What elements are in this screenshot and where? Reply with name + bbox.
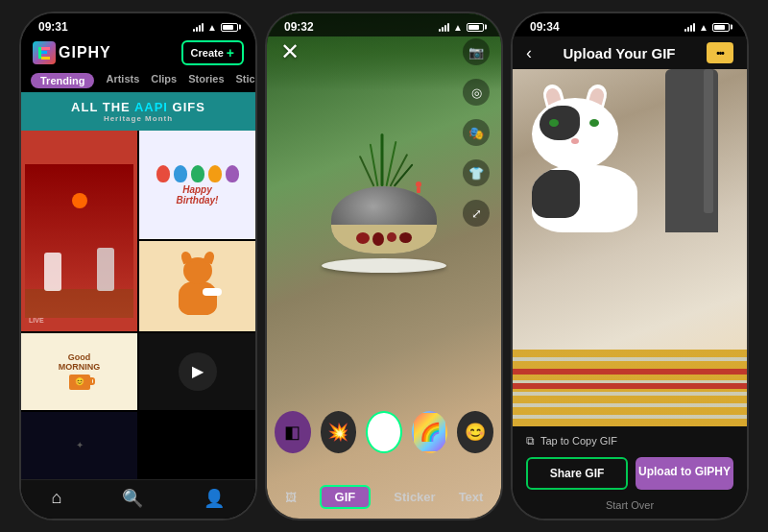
battery-icon-2	[467, 23, 484, 32]
home-nav-icon[interactable]: ⌂	[52, 488, 62, 509]
more-dots-icon: •••	[716, 48, 724, 59]
shirt-icon[interactable]: 👕	[463, 159, 490, 186]
signal-icon-3	[684, 22, 695, 32]
tab-sticker[interactable]: Sticker	[236, 73, 256, 88]
gif-dark2[interactable]: ✦	[21, 412, 137, 479]
gif-cat[interactable]	[139, 241, 255, 330]
sticker-purple[interactable]: ◧	[275, 411, 311, 453]
phone3-content: ‹ Upload Your GIF •••	[513, 36, 747, 519]
gif-birthday[interactable]: Happy Birthday!	[139, 131, 255, 239]
sticker-tab-label: Sticker	[394, 490, 435, 504]
status-icons-1: ▲	[193, 22, 238, 33]
gif-grid: LIVE Happy Birthday!	[21, 131, 255, 479]
profile-nav-icon[interactable]: 👤	[204, 488, 225, 509]
tab-sticker[interactable]: Sticker	[394, 490, 435, 504]
search-nav-icon[interactable]: 🔍	[122, 488, 143, 509]
tap-copy-area[interactable]: ⧉ Tap to Copy GIF	[513, 426, 747, 451]
time-3: 09:34	[530, 20, 560, 34]
sticker-smiley[interactable]: 😊	[457, 411, 493, 453]
tab-artists[interactable]: Artists	[106, 73, 139, 88]
start-over-button[interactable]: Start Over	[513, 496, 747, 519]
phone1-content: GIPHY Create + Trending Artists Clips St…	[21, 36, 255, 519]
tab-gif-media[interactable]: 🖼	[285, 491, 297, 504]
tab-text[interactable]: Text	[459, 490, 484, 504]
sticker-rainbow[interactable]: 🌈	[412, 411, 448, 453]
giphy-header: GIPHY Create +	[21, 36, 255, 69]
battery-icon-1	[221, 23, 238, 32]
wifi-icon-3: ▲	[699, 22, 708, 33]
phones-container: 09:31 ▲ GIPHY Create +	[12, 0, 756, 532]
bball-label: LIVE	[29, 317, 44, 324]
status-bar-3: 09:34 ▲	[513, 13, 747, 36]
chair-highlight	[704, 69, 713, 213]
time-2: 09:32	[284, 20, 314, 34]
giphy-logo-text: GIPHY	[59, 44, 111, 61]
phone-upload: 09:34 ▲ ‹ Upload Your GIF •••	[511, 12, 749, 520]
expand-icon[interactable]: ⤢	[463, 200, 490, 227]
copy-icon: ⧉	[526, 434, 535, 447]
more-button[interactable]: •••	[707, 42, 733, 63]
gif-dark1[interactable]: ▶	[139, 333, 255, 410]
phone2-content: ✕ 📷 ◎ 🎭 👕 ⤢ ◧ 💥 🌈	[267, 13, 501, 519]
aapi-banner: ALL THE AAPI GIFS Heritage Month	[21, 92, 255, 131]
banner-sub: Heritage Month	[29, 114, 248, 123]
wifi-icon-1: ▲	[207, 22, 217, 33]
svg-rect-2	[41, 51, 47, 54]
create-label: Create	[191, 47, 224, 59]
gif-basketball[interactable]: LIVE	[21, 131, 137, 331]
banner-highlight: AAPI	[134, 100, 168, 114]
svg-rect-3	[41, 57, 50, 60]
upload-header: ‹ Upload Your GIF •••	[513, 36, 747, 69]
blanket	[513, 350, 747, 426]
upload-title: Upload Your GIF	[564, 45, 676, 61]
camera-flip-icon[interactable]: 📷	[463, 38, 490, 65]
plus-icon: +	[227, 45, 234, 60]
banner-prefix: ALL THE	[71, 100, 134, 114]
nav-tabs: Trending Artists Clips Stories Sticker	[21, 69, 255, 92]
close-icon: ✕	[280, 38, 300, 64]
create-button[interactable]: Create +	[181, 40, 244, 65]
sticker-row: ◧ 💥 🌈 😊	[267, 403, 501, 461]
giphy-logo-icon	[33, 41, 56, 64]
tab-clips[interactable]: Clips	[151, 73, 177, 88]
phone-giphy-home: 09:31 ▲ GIPHY Create +	[19, 12, 257, 520]
status-bar-1: 09:31 ▲	[21, 13, 255, 36]
close-button[interactable]: ✕	[280, 38, 300, 65]
share-gif-button[interactable]: Share GIF	[526, 457, 628, 490]
upload-actions: Share GIF Upload to GIPHY	[513, 451, 747, 496]
banner-suffix: GIFS	[168, 100, 205, 114]
cat-photo	[513, 69, 747, 426]
battery-icon-3	[712, 23, 730, 32]
cat-body-group	[532, 98, 637, 232]
gif-tab-label: GIF	[335, 490, 356, 504]
time-1: 09:31	[38, 20, 68, 34]
svg-rect-1	[41, 47, 50, 50]
status-icons-2: ▲	[439, 22, 484, 33]
filter-icon[interactable]: ◎	[463, 79, 490, 106]
back-button[interactable]: ‹	[526, 43, 532, 63]
signal-icon-1	[193, 22, 204, 32]
text-tab-label: Text	[459, 490, 484, 504]
signal-icon-2	[439, 22, 449, 32]
giphy-logo: GIPHY	[33, 41, 111, 64]
tap-copy-label: Tap to Copy GIF	[540, 435, 617, 447]
tab-gif[interactable]: GIF	[320, 485, 372, 509]
wifi-icon-2: ▲	[453, 22, 463, 33]
sticker-tool-icon[interactable]: 🎭	[463, 119, 490, 146]
phone-camera: 09:32 ▲	[265, 12, 503, 520]
gif-goodmorning[interactable]: Good MORNING 😊	[21, 333, 137, 410]
sticker-white[interactable]	[366, 411, 402, 453]
tab-stories[interactable]: Stories	[188, 73, 224, 88]
upload-to-giphy-button[interactable]: Upload to GIPHY	[636, 457, 733, 490]
status-bar-2: 09:32 ▲	[267, 13, 501, 36]
status-icons-3: ▲	[684, 22, 730, 33]
tab-trending[interactable]: Trending	[31, 73, 94, 88]
svg-rect-0	[38, 47, 41, 59]
sticker-explosion[interactable]: 💥	[321, 411, 357, 453]
bottom-nav: ⌂ 🔍 👤	[21, 479, 255, 519]
camera-tools: 📷 ◎ 🎭 👕 ⤢	[463, 38, 490, 227]
camera-bottom-tabs: 🖼 GIF Sticker Text	[267, 485, 501, 509]
